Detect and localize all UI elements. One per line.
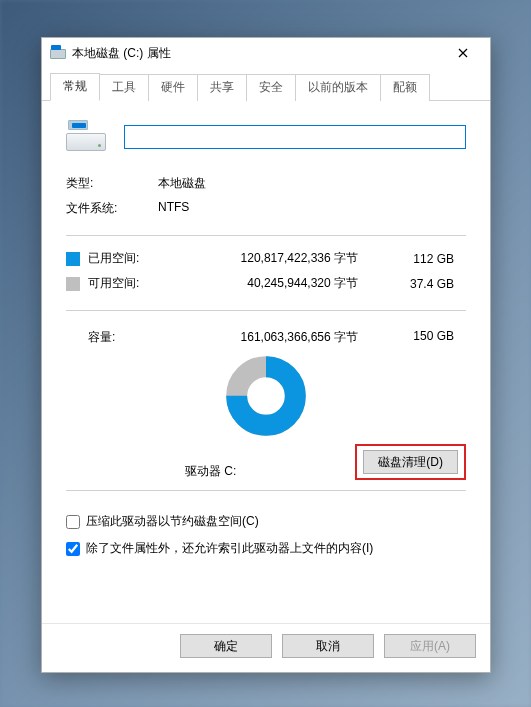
close-icon <box>458 48 468 58</box>
capacity-label: 容量: <box>66 329 188 346</box>
tab-general[interactable]: 常规 <box>50 73 100 101</box>
disk-cleanup-button[interactable]: 磁盘清理(D) <box>363 450 458 474</box>
tab-security[interactable]: 安全 <box>246 74 296 101</box>
free-swatch <box>66 277 80 291</box>
separator <box>66 235 466 236</box>
index-checkbox[interactable] <box>66 542 80 556</box>
ok-button[interactable]: 确定 <box>180 634 272 658</box>
index-label: 除了文件属性外，还允许索引此驱动器上文件的内容(I) <box>86 540 373 557</box>
tab-tools[interactable]: 工具 <box>99 74 149 101</box>
compress-checkbox[interactable] <box>66 515 80 529</box>
drive-name-input[interactable] <box>124 125 466 149</box>
capacity-human: 150 GB <box>358 329 466 346</box>
drive-icon <box>50 45 66 61</box>
used-label: 已用空间: <box>88 250 188 267</box>
tab-content-general: 类型: 本地磁盘 文件系统: NTFS 已用空间: 120,817,422,33… <box>42 101 490 623</box>
close-button[interactable] <box>440 38 486 68</box>
filesystem-value: NTFS <box>158 200 189 217</box>
tab-quota[interactable]: 配额 <box>380 74 430 101</box>
drive-large-icon <box>66 117 106 157</box>
free-label: 可用空间: <box>88 275 188 292</box>
drive-label: 驱动器 C: <box>185 464 236 478</box>
compress-label: 压缩此驱动器以节约磁盘空间(C) <box>86 513 259 530</box>
used-human: 112 GB <box>358 252 466 266</box>
free-human: 37.4 GB <box>358 277 466 291</box>
titlebar: 本地磁盘 (C:) 属性 <box>42 38 490 68</box>
used-bytes: 120,817,422,336 字节 <box>188 250 358 267</box>
apply-button[interactable]: 应用(A) <box>384 634 476 658</box>
type-label: 类型: <box>66 175 158 192</box>
separator <box>66 490 466 491</box>
window-title: 本地磁盘 (C:) 属性 <box>72 45 440 62</box>
free-bytes: 40,245,944,320 字节 <box>188 275 358 292</box>
tab-bar: 常规 工具 硬件 共享 安全 以前的版本 配额 <box>42 68 490 101</box>
used-swatch <box>66 252 80 266</box>
properties-dialog: 本地磁盘 (C:) 属性 常规 工具 硬件 共享 安全 以前的版本 配额 类型:… <box>41 37 491 673</box>
compress-checkbox-row[interactable]: 压缩此驱动器以节约磁盘空间(C) <box>66 513 466 530</box>
disk-cleanup-highlight: 磁盘清理(D) <box>355 444 466 480</box>
capacity-bytes: 161,063,366,656 字节 <box>188 329 358 346</box>
index-checkbox-row[interactable]: 除了文件属性外，还允许索引此驱动器上文件的内容(I) <box>66 540 466 557</box>
usage-donut-chart <box>222 352 310 440</box>
separator <box>66 310 466 311</box>
filesystem-label: 文件系统: <box>66 200 158 217</box>
tab-sharing[interactable]: 共享 <box>197 74 247 101</box>
tab-hardware[interactable]: 硬件 <box>148 74 198 101</box>
tab-previous-versions[interactable]: 以前的版本 <box>295 74 381 101</box>
dialog-footer: 确定 取消 应用(A) <box>42 623 490 672</box>
cancel-button[interactable]: 取消 <box>282 634 374 658</box>
type-value: 本地磁盘 <box>158 175 206 192</box>
